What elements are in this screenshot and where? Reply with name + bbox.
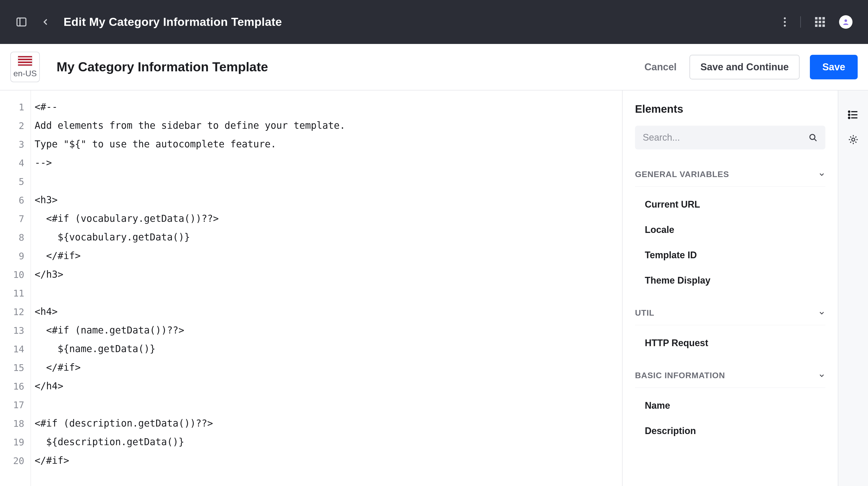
sidebar-item[interactable]: Template ID bbox=[635, 242, 826, 268]
code-line[interactable]: <h3> bbox=[35, 191, 622, 209]
line-number: 19 bbox=[0, 433, 30, 451]
svg-rect-6 bbox=[819, 17, 821, 20]
line-number: 14 bbox=[0, 340, 30, 358]
sidebar-title: Elements bbox=[635, 103, 826, 115]
line-number: 1 bbox=[0, 98, 30, 116]
section-header[interactable]: BASIC INFORMATION bbox=[635, 364, 826, 388]
code-line[interactable]: </h3> bbox=[35, 265, 622, 284]
flag-us-icon bbox=[18, 56, 32, 66]
line-number: 11 bbox=[0, 284, 30, 303]
avatar[interactable] bbox=[839, 15, 852, 29]
code-line[interactable]: --> bbox=[35, 153, 622, 172]
svg-rect-0 bbox=[17, 18, 26, 26]
sidebar-item[interactable]: Description bbox=[635, 418, 826, 444]
sidebar-item[interactable]: Theme Display bbox=[635, 268, 826, 293]
code-line[interactable]: <h4> bbox=[35, 303, 622, 321]
line-number: 10 bbox=[0, 265, 30, 284]
section-header[interactable]: GENERAL VARIABLES bbox=[635, 162, 826, 187]
elements-sidebar: Elements GENERAL VARIABLESCurrent URLLoc… bbox=[623, 90, 838, 486]
code-line[interactable]: <#if (vocabulary.getData())??> bbox=[35, 209, 622, 228]
svg-point-21 bbox=[848, 117, 850, 118]
list-view-icon[interactable] bbox=[847, 109, 860, 121]
cancel-button[interactable]: Cancel bbox=[642, 56, 679, 78]
save-continue-button[interactable]: Save and Continue bbox=[689, 55, 800, 79]
locale-selector[interactable]: en-US bbox=[10, 52, 40, 82]
code-line[interactable]: ${name.getData()} bbox=[35, 340, 622, 358]
code-line[interactable]: ${vocabulary.getData()} bbox=[35, 228, 622, 247]
settings-gear-icon[interactable] bbox=[847, 134, 859, 145]
svg-point-3 bbox=[784, 21, 786, 23]
sidebar-item[interactable]: Current URL bbox=[635, 192, 826, 217]
code-line[interactable] bbox=[35, 284, 622, 303]
search-input[interactable] bbox=[643, 132, 808, 143]
apps-grid-icon[interactable] bbox=[815, 17, 825, 27]
svg-rect-8 bbox=[815, 21, 817, 23]
line-number: 3 bbox=[0, 135, 30, 153]
line-number: 7 bbox=[0, 209, 30, 228]
section-label: UTIL bbox=[635, 308, 654, 318]
code-line[interactable]: ${description.getData()} bbox=[35, 433, 622, 451]
svg-rect-10 bbox=[823, 21, 825, 23]
section-header[interactable]: UTIL bbox=[635, 301, 826, 325]
svg-point-23 bbox=[852, 138, 855, 141]
page-title: My Category Information Template bbox=[57, 59, 268, 75]
section-label: BASIC INFORMATION bbox=[635, 371, 725, 380]
sidebar-item[interactable]: Locale bbox=[635, 217, 826, 242]
page-header-title: Edit My Category Information Template bbox=[64, 15, 282, 29]
code-line[interactable]: </#if> bbox=[35, 358, 622, 377]
svg-point-4 bbox=[784, 25, 786, 27]
chevron-down-icon bbox=[818, 309, 826, 317]
svg-rect-11 bbox=[815, 25, 817, 27]
line-number: 16 bbox=[0, 377, 30, 396]
line-number: 4 bbox=[0, 153, 30, 172]
search-icon bbox=[808, 133, 817, 142]
svg-point-19 bbox=[848, 114, 850, 115]
svg-rect-5 bbox=[815, 17, 817, 20]
sidebar-item[interactable]: HTTP Request bbox=[635, 331, 826, 356]
line-number: 8 bbox=[0, 228, 30, 247]
panel-toggle-icon[interactable] bbox=[16, 16, 27, 28]
line-number: 20 bbox=[0, 451, 30, 470]
section-label: GENERAL VARIABLES bbox=[635, 170, 729, 179]
code-line[interactable]: Add elements from the sidebar to define … bbox=[35, 116, 622, 135]
svg-point-15 bbox=[810, 135, 815, 140]
line-number: 18 bbox=[0, 414, 30, 433]
sidebar-search[interactable] bbox=[635, 126, 826, 149]
svg-point-14 bbox=[844, 19, 847, 22]
code-line[interactable] bbox=[35, 396, 622, 414]
line-number: 5 bbox=[0, 172, 30, 191]
code-editor[interactable]: 1234567891011121314151617181920 <#--Add … bbox=[0, 90, 623, 486]
code-content[interactable]: <#--Add elements from the sidebar to def… bbox=[31, 90, 622, 486]
more-options-icon[interactable] bbox=[783, 17, 786, 27]
code-line[interactable]: </#if> bbox=[35, 451, 622, 470]
line-number: 17 bbox=[0, 396, 30, 414]
code-line[interactable]: </#if> bbox=[35, 247, 622, 265]
line-number: 6 bbox=[0, 191, 30, 209]
line-number: 15 bbox=[0, 358, 30, 377]
svg-rect-7 bbox=[823, 17, 825, 20]
save-button[interactable]: Save bbox=[810, 55, 858, 79]
code-line[interactable]: </h4> bbox=[35, 377, 622, 396]
code-line[interactable]: <#if (name.getData())??> bbox=[35, 321, 622, 340]
svg-rect-13 bbox=[823, 25, 825, 27]
back-icon[interactable] bbox=[40, 17, 51, 27]
code-line[interactable] bbox=[35, 172, 622, 191]
sidebar-item[interactable]: Name bbox=[635, 393, 826, 418]
svg-point-17 bbox=[848, 111, 850, 112]
right-rail bbox=[838, 90, 868, 486]
vertical-separator bbox=[800, 16, 801, 28]
line-number: 9 bbox=[0, 247, 30, 265]
chevron-down-icon bbox=[818, 372, 826, 379]
code-line[interactable]: <#-- bbox=[35, 98, 622, 116]
code-line[interactable]: Type "${" to use the autocomplete featur… bbox=[35, 135, 622, 153]
svg-point-2 bbox=[784, 17, 786, 19]
svg-rect-12 bbox=[819, 25, 821, 27]
chevron-down-icon bbox=[818, 171, 826, 178]
line-number: 2 bbox=[0, 116, 30, 135]
line-number: 12 bbox=[0, 303, 30, 321]
svg-line-16 bbox=[814, 139, 816, 141]
svg-rect-9 bbox=[819, 21, 821, 23]
locale-code: en-US bbox=[13, 69, 37, 78]
code-line[interactable]: <#if (description.getData())??> bbox=[35, 414, 622, 433]
line-number: 13 bbox=[0, 321, 30, 340]
